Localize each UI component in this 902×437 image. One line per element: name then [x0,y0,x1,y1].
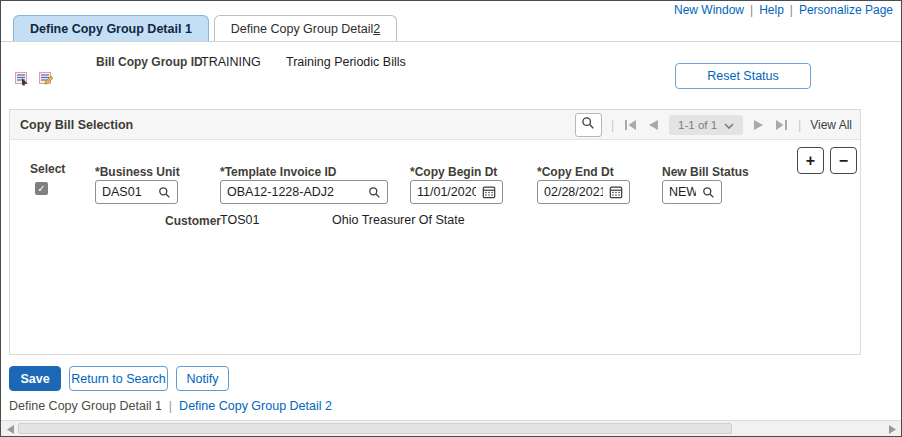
bill-copy-group-id-value: TRAINING [201,55,261,69]
new-bill-status-fieldbox [662,180,722,204]
customer-name: Ohio Treasurer Of State [332,213,465,227]
customer-label: Customer [165,214,221,228]
select-label: Select [30,162,65,176]
copy-bill-selection-groupbox: Copy Bill Selection | 1-1 of 1 | View Al… [9,109,861,355]
new-bill-status-lookup-icon[interactable] [702,186,715,199]
template-invoice-id-input[interactable] [227,185,362,199]
grid-pagination: | 1-1 of 1 | View All [575,113,852,137]
bill-copy-group-id-label: Bill Copy Group ID [96,55,203,69]
tab-divider [1,41,901,42]
search-icon [581,116,595,134]
footer-separator: | [169,399,172,413]
page-action-icons [15,72,53,86]
help-link[interactable]: Help [759,3,784,17]
reset-status-button[interactable]: Reset Status [675,63,811,89]
page-define-copy-group: New Window|Help|Personalize Page Define … [0,0,902,437]
footer-current-page: Define Copy Group Detail 1 [9,399,162,413]
header-links: New Window|Help|Personalize Page [674,3,893,17]
scrollbar-thumb[interactable] [18,423,732,434]
find-button[interactable] [575,113,602,137]
previous-row-icon[interactable] [647,120,660,130]
copy-end-dt-label: *Copy End Dt [537,165,614,179]
template-invoice-id-fieldbox [220,180,388,204]
next-row-icon[interactable] [752,120,765,130]
delete-row-button[interactable]: − [830,147,857,174]
groupbox-title: Copy Bill Selection [20,118,133,132]
tab-bar: Define Copy Group Detail 1 Define Copy G… [13,15,397,42]
scroll-right-icon[interactable] [886,423,898,435]
chevron-down-icon [724,119,734,131]
business-unit-fieldbox [95,180,178,204]
add-row-button[interactable]: + [797,147,824,174]
first-row-icon[interactable] [623,120,638,130]
new-window-link[interactable]: New Window [674,3,744,17]
copy-end-dt-calendar-icon[interactable] [609,185,623,199]
tab-define-copy-group-detail-2[interactable]: Define Copy Group Detail 2 [214,15,397,42]
page-footer-links: Define Copy Group Detail 1|Define Copy G… [9,399,332,413]
link-separator: | [750,3,753,17]
tab2-label-text: Define Copy Group Detail [231,22,373,36]
business-unit-lookup-icon[interactable] [158,186,171,199]
copy-end-dt-fieldbox [537,180,630,204]
business-unit-input[interactable] [102,185,152,199]
pagination-separator: | [798,118,801,132]
horizontal-scrollbar[interactable] [1,420,901,436]
copy-end-dt-input[interactable] [544,185,603,199]
last-row-icon[interactable] [774,120,789,130]
save-button[interactable]: Save [9,366,61,391]
new-bill-status-label: New Bill Status [662,165,749,179]
pagination-separator: | [611,118,614,132]
template-invoice-id-lookup-icon[interactable] [368,186,381,199]
personalize-page-link[interactable]: Personalize Page [799,3,893,17]
select-checkbox[interactable]: ✓ [35,182,48,195]
grid-edit-icon[interactable] [39,72,53,86]
business-unit-label: *Business Unit [95,165,180,179]
return-to-search-button[interactable]: Return to Search [69,366,168,391]
copy-begin-dt-fieldbox [410,180,503,204]
tab-define-copy-group-detail-1[interactable]: Define Copy Group Detail 1 [13,15,209,42]
grid-pointer-icon[interactable] [15,72,29,86]
scroll-left-icon[interactable] [4,423,16,435]
template-invoice-id-label: *Template Invoice ID [220,165,336,179]
copy-begin-dt-calendar-icon[interactable] [482,185,496,199]
new-bill-status-input[interactable] [669,185,696,199]
bill-copy-group-description: Training Periodic Bills [286,55,406,69]
row-range-select[interactable]: 1-1 of 1 [669,115,743,135]
groupbox-header: Copy Bill Selection | 1-1 of 1 | View Al… [10,110,860,140]
copy-begin-dt-label: *Copy Begin Dt [410,165,497,179]
customer-id: TOS01 [220,213,259,227]
copy-begin-dt-input[interactable] [417,185,476,199]
view-all-link[interactable]: View All [810,118,852,132]
tab2-access-key: 2 [373,22,380,36]
row-range-text: 1-1 of 1 [678,119,717,131]
link-separator: | [790,3,793,17]
footer-link-detail-2[interactable]: Define Copy Group Detail 2 [179,399,332,413]
notify-button[interactable]: Notify [176,366,229,391]
